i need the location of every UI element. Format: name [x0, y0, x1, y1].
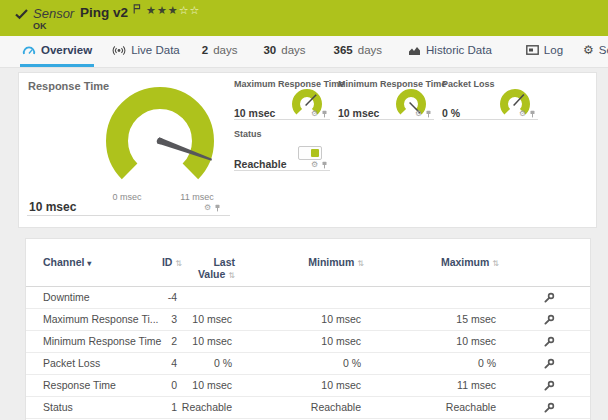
- tab-log[interactable]: Log: [524, 36, 565, 67]
- table-row: Downtime -4: [26, 287, 590, 309]
- gauge-value: 0 %: [442, 107, 460, 119]
- tab-label: Log: [544, 44, 563, 56]
- tab-number: 30: [263, 44, 276, 56]
- table-row: Minimum Response Time 2 10 msec 10 msec …: [26, 331, 590, 353]
- status-indicator: [298, 146, 322, 160]
- channel-settings-icon[interactable]: [543, 292, 555, 304]
- channel-settings-icon[interactable]: [543, 314, 555, 326]
- minimum-value: 10 msec: [321, 375, 361, 396]
- gauge-scale-max: 11 msec: [173, 192, 221, 202]
- gauge-value: 10 msec: [234, 107, 275, 119]
- channel-gear-icon[interactable]: ⚙: [519, 110, 526, 118]
- star-icon[interactable]: ☆: [179, 4, 190, 16]
- star-icon[interactable]: ★: [168, 4, 179, 16]
- gauge-value: 10 msec: [338, 107, 379, 119]
- maximum-value: 0 %: [478, 353, 496, 374]
- pin-icon[interactable]: [529, 110, 536, 118]
- divider: [234, 170, 330, 171]
- channel-id: 3: [171, 309, 177, 330]
- maximum-value: Reachable: [446, 397, 496, 418]
- channel-settings-icon[interactable]: [543, 380, 555, 392]
- minimum-value: 10 msec: [321, 331, 361, 352]
- broadcast-icon: [112, 45, 126, 56]
- tab-2-days[interactable]: 2 days: [200, 36, 240, 67]
- table-row: Packet Loss 4 0 % 0 % 0 %: [26, 353, 590, 375]
- gauges-panel: Response Time 0 msec 11 msec 10 msec ⚙ M…: [18, 72, 597, 228]
- maximum-value: 10 msec: [456, 331, 496, 352]
- channel-gear-icon[interactable]: ⚙: [415, 110, 422, 118]
- channel-id: 2: [171, 331, 177, 352]
- minimum-value: 0 %: [343, 353, 361, 374]
- column-header-last-value[interactable]: LastValue ⇅: [198, 256, 235, 282]
- channel-name: Downtime: [43, 287, 90, 308]
- tab-bar: Overview Live Data 2 days 30 days 365 da…: [0, 36, 608, 68]
- tab-label: days: [213, 44, 237, 56]
- tab-number: 365: [334, 44, 353, 56]
- pin-icon[interactable]: [425, 110, 432, 118]
- last-value: 0 %: [214, 353, 232, 374]
- divider: [27, 215, 230, 216]
- tab-live-data[interactable]: Live Data: [110, 36, 182, 67]
- gauge-scale-min: 0 msec: [103, 192, 151, 202]
- table-row: Status 1 Reachable Reachable Reachable: [26, 397, 590, 419]
- channels-table: Channel ▾ ID ⇅ LastValue ⇅ Minimum ⇅ Max…: [25, 238, 591, 420]
- divider: [234, 119, 330, 120]
- column-header-minimum[interactable]: Minimum ⇅: [308, 256, 364, 268]
- column-header-maximum[interactable]: Maximum ⇅: [441, 256, 499, 268]
- tab-settings[interactable]: ⚙ Settings: [581, 36, 608, 67]
- channel-settings-icon[interactable]: [543, 336, 555, 348]
- priority-stars[interactable]: ★★★☆☆: [146, 4, 200, 17]
- chart-icon: [408, 45, 421, 55]
- tab-label: Historic Data: [426, 44, 492, 56]
- channel-id: 4: [171, 353, 177, 374]
- last-value: 10 msec: [192, 375, 232, 396]
- star-icon[interactable]: ★: [157, 4, 168, 16]
- channel-name: Status: [43, 397, 73, 418]
- minimum-value: 10 msec: [321, 309, 361, 330]
- tab-30-days[interactable]: 30 days: [261, 36, 307, 67]
- sensor-header: Sensor Ping v2 ★★★☆☆ OK: [0, 0, 608, 36]
- main-gauge-value: 10 msec: [29, 200, 76, 214]
- main-gauge-title: Response Time: [28, 80, 109, 92]
- tab-365-days[interactable]: 365 days: [332, 36, 384, 67]
- tab-label: Live Data: [131, 44, 180, 56]
- pin-icon[interactable]: [214, 204, 221, 212]
- log-icon: [526, 45, 539, 55]
- flag-icon[interactable]: [133, 4, 141, 14]
- maximum-value: 11 msec: [457, 375, 496, 396]
- gauge-title: Packet Loss: [442, 79, 495, 89]
- response-time-gauge: [100, 81, 220, 201]
- table-row: Maximum Response Ti... 3 10 msec 10 msec…: [26, 309, 590, 331]
- pin-icon[interactable]: [321, 110, 328, 118]
- gauge-title: Status: [234, 129, 262, 139]
- sort-icon: ⇅: [175, 259, 182, 268]
- star-icon[interactable]: ☆: [190, 4, 201, 16]
- table-row: Response Time 0 10 msec 10 msec 11 msec: [26, 375, 590, 397]
- star-icon[interactable]: ★: [146, 4, 157, 16]
- column-header-id[interactable]: ID ⇅: [162, 256, 182, 268]
- last-value: 10 msec: [192, 331, 232, 352]
- channel-name: Response Time: [43, 375, 116, 396]
- divider: [338, 119, 434, 120]
- channel-gear-icon[interactable]: ⚙: [311, 110, 318, 118]
- sort-desc-icon: ▾: [87, 259, 91, 268]
- gear-icon: ⚙: [583, 44, 594, 56]
- last-value: Reachable: [182, 397, 232, 418]
- channel-gear-icon[interactable]: ⚙: [311, 161, 318, 169]
- channel-settings-icon[interactable]: [543, 402, 555, 414]
- sensor-name: Ping v2: [80, 5, 128, 20]
- column-header-channel[interactable]: Channel ▾: [43, 256, 91, 268]
- tab-historic-data[interactable]: Historic Data: [406, 36, 494, 67]
- status-check-icon: [15, 9, 28, 20]
- table-header-row: Channel ▾ ID ⇅ LastValue ⇅ Minimum ⇅ Max…: [26, 239, 590, 287]
- tab-number: 2: [202, 44, 208, 56]
- tab-label: days: [358, 44, 382, 56]
- channel-name: Packet Loss: [43, 353, 100, 374]
- sensor-status-badge: OK: [33, 21, 47, 31]
- channel-gear-icon[interactable]: ⚙: [204, 204, 211, 212]
- divider: [442, 119, 538, 120]
- pin-icon[interactable]: [321, 161, 328, 169]
- tab-overview[interactable]: Overview: [20, 36, 94, 67]
- minimum-value: Reachable: [311, 397, 361, 418]
- channel-settings-icon[interactable]: [543, 358, 555, 370]
